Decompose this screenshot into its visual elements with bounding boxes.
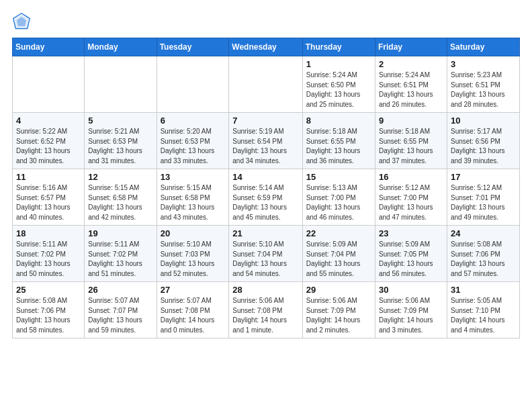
- day-number: 3: [451, 59, 516, 69]
- calendar-cell: 24Sunrise: 5:08 AM Sunset: 7:06 PM Dayli…: [447, 226, 519, 282]
- day-number: 19: [88, 228, 152, 238]
- day-number: 4: [16, 116, 81, 126]
- calendar-cell: 26Sunrise: 5:07 AM Sunset: 7:07 PM Dayli…: [85, 282, 157, 338]
- day-info: Sunrise: 5:18 AM Sunset: 6:55 PM Dayligh…: [379, 127, 443, 166]
- day-number: 31: [451, 285, 516, 295]
- day-info: Sunrise: 5:12 AM Sunset: 7:00 PM Dayligh…: [379, 183, 443, 222]
- day-info: Sunrise: 5:05 AM Sunset: 7:10 PM Dayligh…: [451, 296, 516, 335]
- day-number: 23: [379, 228, 443, 238]
- calendar-cell: 11Sunrise: 5:16 AM Sunset: 6:57 PM Dayli…: [13, 169, 85, 226]
- calendar-cell: 31Sunrise: 5:05 AM Sunset: 7:10 PM Dayli…: [447, 282, 519, 338]
- calendar-cell: 1Sunrise: 5:24 AM Sunset: 6:50 PM Daylig…: [302, 56, 375, 113]
- day-number: 10: [451, 116, 516, 126]
- day-info: Sunrise: 5:06 AM Sunset: 7:09 PM Dayligh…: [379, 296, 443, 335]
- day-number: 15: [306, 172, 371, 182]
- calendar-cell: 25Sunrise: 5:08 AM Sunset: 7:06 PM Dayli…: [13, 282, 85, 338]
- calendar-cell: 21Sunrise: 5:10 AM Sunset: 7:04 PM Dayli…: [229, 226, 302, 282]
- calendar-cell: 4Sunrise: 5:22 AM Sunset: 6:52 PM Daylig…: [13, 113, 85, 169]
- header: [12, 12, 520, 31]
- day-info: Sunrise: 5:08 AM Sunset: 7:06 PM Dayligh…: [16, 296, 81, 335]
- weekday-header: Tuesday: [157, 38, 229, 56]
- calendar-cell: 30Sunrise: 5:06 AM Sunset: 7:09 PM Dayli…: [375, 282, 447, 338]
- calendar-cell: 9Sunrise: 5:18 AM Sunset: 6:55 PM Daylig…: [375, 113, 447, 169]
- weekday-header: Monday: [85, 38, 157, 56]
- weekday-header: Saturday: [447, 38, 519, 56]
- calendar-cell: 15Sunrise: 5:13 AM Sunset: 7:00 PM Dayli…: [302, 169, 375, 226]
- day-info: Sunrise: 5:13 AM Sunset: 7:00 PM Dayligh…: [306, 183, 371, 222]
- calendar-cell: 7Sunrise: 5:19 AM Sunset: 6:54 PM Daylig…: [229, 113, 302, 169]
- day-info: Sunrise: 5:20 AM Sunset: 6:53 PM Dayligh…: [161, 127, 226, 166]
- day-number: 13: [161, 172, 226, 182]
- day-number: 29: [306, 285, 371, 295]
- day-info: Sunrise: 5:22 AM Sunset: 6:52 PM Dayligh…: [16, 127, 81, 166]
- calendar-cell: 13Sunrise: 5:15 AM Sunset: 6:58 PM Dayli…: [157, 169, 229, 226]
- day-info: Sunrise: 5:09 AM Sunset: 7:04 PM Dayligh…: [306, 240, 371, 279]
- day-info: Sunrise: 5:06 AM Sunset: 7:08 PM Dayligh…: [232, 296, 298, 335]
- day-number: 2: [379, 59, 443, 69]
- calendar-cell: 14Sunrise: 5:14 AM Sunset: 6:59 PM Dayli…: [229, 169, 302, 226]
- calendar-cell: 2Sunrise: 5:24 AM Sunset: 6:51 PM Daylig…: [375, 56, 447, 113]
- day-number: 8: [306, 116, 371, 126]
- calendar-cell: [157, 56, 229, 113]
- calendar-cell: 6Sunrise: 5:20 AM Sunset: 6:53 PM Daylig…: [157, 113, 229, 169]
- day-info: Sunrise: 5:09 AM Sunset: 7:05 PM Dayligh…: [379, 240, 443, 279]
- day-info: Sunrise: 5:12 AM Sunset: 7:01 PM Dayligh…: [451, 183, 516, 222]
- logo-icon: [12, 12, 31, 31]
- day-number: 11: [16, 172, 81, 182]
- calendar-cell: 20Sunrise: 5:10 AM Sunset: 7:03 PM Dayli…: [157, 226, 229, 282]
- day-info: Sunrise: 5:24 AM Sunset: 6:50 PM Dayligh…: [306, 71, 371, 109]
- calendar-week-row: 18Sunrise: 5:11 AM Sunset: 7:02 PM Dayli…: [13, 226, 520, 282]
- weekday-header: Sunday: [13, 38, 85, 56]
- calendar-cell: [85, 56, 157, 113]
- day-info: Sunrise: 5:06 AM Sunset: 7:09 PM Dayligh…: [306, 296, 371, 335]
- day-info: Sunrise: 5:18 AM Sunset: 6:55 PM Dayligh…: [306, 127, 371, 166]
- day-info: Sunrise: 5:21 AM Sunset: 6:53 PM Dayligh…: [88, 127, 152, 166]
- calendar-cell: 12Sunrise: 5:15 AM Sunset: 6:58 PM Dayli…: [85, 169, 157, 226]
- calendar-cell: 29Sunrise: 5:06 AM Sunset: 7:09 PM Dayli…: [302, 282, 375, 338]
- calendar-cell: 5Sunrise: 5:21 AM Sunset: 6:53 PM Daylig…: [85, 113, 157, 169]
- day-number: 22: [306, 228, 371, 238]
- day-number: 7: [232, 116, 298, 126]
- calendar-cell: 23Sunrise: 5:09 AM Sunset: 7:05 PM Dayli…: [375, 226, 447, 282]
- day-number: 26: [88, 285, 152, 295]
- day-number: 12: [88, 172, 152, 182]
- day-number: 20: [161, 228, 226, 238]
- day-number: 18: [16, 228, 81, 238]
- calendar-cell: [229, 56, 302, 113]
- calendar-cell: 16Sunrise: 5:12 AM Sunset: 7:00 PM Dayli…: [375, 169, 447, 226]
- day-number: 17: [451, 172, 516, 182]
- calendar-cell: [13, 56, 85, 113]
- calendar-cell: 28Sunrise: 5:06 AM Sunset: 7:08 PM Dayli…: [229, 282, 302, 338]
- day-number: 25: [16, 285, 81, 295]
- calendar-cell: 18Sunrise: 5:11 AM Sunset: 7:02 PM Dayli…: [13, 226, 85, 282]
- day-info: Sunrise: 5:23 AM Sunset: 6:51 PM Dayligh…: [451, 71, 516, 109]
- weekday-header: Friday: [375, 38, 447, 56]
- calendar-cell: 17Sunrise: 5:12 AM Sunset: 7:01 PM Dayli…: [447, 169, 519, 226]
- day-number: 5: [88, 116, 152, 126]
- day-info: Sunrise: 5:08 AM Sunset: 7:06 PM Dayligh…: [451, 240, 516, 279]
- calendar-cell: 10Sunrise: 5:17 AM Sunset: 6:56 PM Dayli…: [447, 113, 519, 169]
- logo: [12, 12, 32, 31]
- calendar-cell: 22Sunrise: 5:09 AM Sunset: 7:04 PM Dayli…: [302, 226, 375, 282]
- calendar-week-row: 1Sunrise: 5:24 AM Sunset: 6:50 PM Daylig…: [13, 56, 520, 113]
- calendar-week-row: 4Sunrise: 5:22 AM Sunset: 6:52 PM Daylig…: [13, 113, 520, 169]
- day-number: 21: [232, 228, 298, 238]
- day-info: Sunrise: 5:17 AM Sunset: 6:56 PM Dayligh…: [451, 127, 516, 166]
- calendar-week-row: 11Sunrise: 5:16 AM Sunset: 6:57 PM Dayli…: [13, 169, 520, 226]
- day-info: Sunrise: 5:15 AM Sunset: 6:58 PM Dayligh…: [161, 183, 226, 222]
- calendar-week-row: 25Sunrise: 5:08 AM Sunset: 7:06 PM Dayli…: [13, 282, 520, 338]
- day-info: Sunrise: 5:14 AM Sunset: 6:59 PM Dayligh…: [232, 183, 298, 222]
- day-number: 16: [379, 172, 443, 182]
- page: SundayMondayTuesdayWednesdayThursdayFrid…: [0, 0, 532, 345]
- day-info: Sunrise: 5:24 AM Sunset: 6:51 PM Dayligh…: [379, 71, 443, 109]
- day-number: 24: [451, 228, 516, 238]
- calendar-cell: 8Sunrise: 5:18 AM Sunset: 6:55 PM Daylig…: [302, 113, 375, 169]
- calendar-cell: 27Sunrise: 5:07 AM Sunset: 7:08 PM Dayli…: [157, 282, 229, 338]
- day-info: Sunrise: 5:15 AM Sunset: 6:58 PM Dayligh…: [88, 183, 152, 222]
- day-info: Sunrise: 5:07 AM Sunset: 7:07 PM Dayligh…: [88, 296, 152, 335]
- day-info: Sunrise: 5:07 AM Sunset: 7:08 PM Dayligh…: [161, 296, 226, 335]
- weekday-header: Wednesday: [229, 38, 302, 56]
- calendar-header-row: SundayMondayTuesdayWednesdayThursdayFrid…: [13, 38, 520, 56]
- day-number: 27: [161, 285, 226, 295]
- day-info: Sunrise: 5:19 AM Sunset: 6:54 PM Dayligh…: [232, 127, 298, 166]
